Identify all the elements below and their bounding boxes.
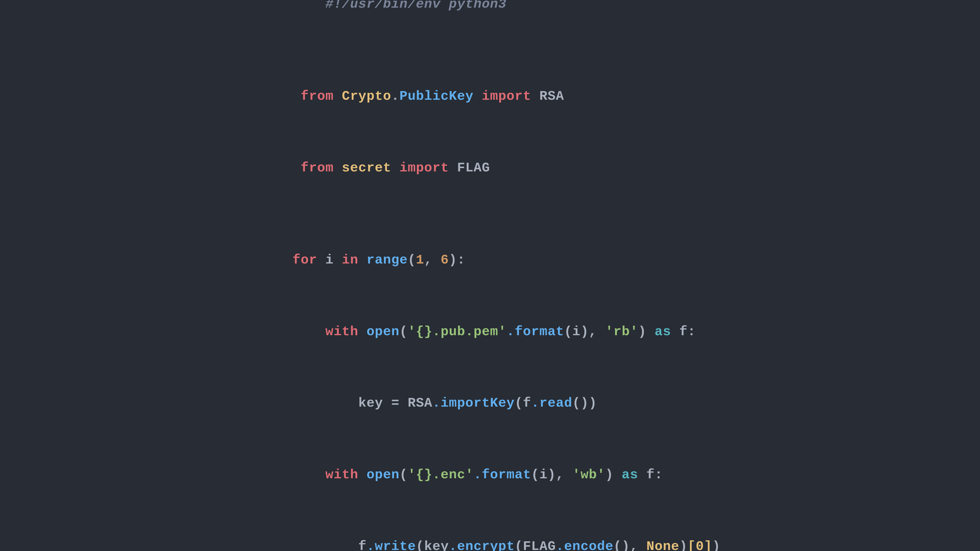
paren-15: (), bbox=[614, 539, 646, 551]
flag-constant: FLAG bbox=[457, 160, 490, 176]
paren-8: ()) bbox=[572, 395, 597, 411]
key-var: key bbox=[293, 395, 391, 411]
code-line-7: with open('{}.enc'.format(i), 'wb') as f… bbox=[259, 439, 721, 511]
none-keyword: None bbox=[646, 539, 679, 551]
from-keyword: from bbox=[293, 89, 342, 104]
paren-9: ( bbox=[399, 467, 407, 483]
importkey-method: .importKey bbox=[432, 395, 514, 411]
paren-1: ( bbox=[408, 252, 416, 268]
code-line-2: from Crypto.PublicKey import RSA bbox=[259, 61, 721, 132]
blank-line-2 bbox=[259, 204, 721, 224]
read-method: .read bbox=[531, 395, 572, 411]
num-1: 1 bbox=[416, 252, 424, 268]
paren-5: ) bbox=[581, 324, 589, 339]
paren-12: ) bbox=[605, 467, 613, 483]
blank-line-1 bbox=[259, 40, 721, 61]
paren-6: ) bbox=[638, 324, 646, 339]
as-keyword-2: as bbox=[614, 467, 646, 483]
enc-string: '{}.enc' bbox=[408, 467, 474, 483]
code-line-5: with open('{}.pub.pem'.format(i), 'rb') … bbox=[259, 296, 721, 368]
comma-2: , bbox=[589, 324, 605, 339]
rsa-constant: RSA bbox=[539, 89, 564, 104]
paren-10: ( bbox=[531, 467, 539, 483]
range-func: range bbox=[366, 252, 407, 268]
flag-2: FLAG bbox=[523, 539, 556, 551]
num-6: 6 bbox=[441, 252, 449, 268]
in-keyword: in bbox=[342, 252, 367, 268]
colon-1: : bbox=[457, 252, 465, 268]
f-var-1: f: bbox=[679, 324, 696, 339]
secret-module: secret bbox=[342, 160, 391, 176]
f-var-3: f: bbox=[646, 467, 663, 483]
open-func-2: open bbox=[366, 467, 399, 483]
paren-17: ) bbox=[712, 539, 721, 551]
paren-16: ) bbox=[679, 539, 687, 551]
paren-14: ( bbox=[515, 539, 523, 551]
open-func-1: open bbox=[366, 324, 399, 339]
rb-string: 'rb' bbox=[605, 324, 638, 339]
paren-13: ( bbox=[416, 539, 424, 551]
with-keyword-1: with bbox=[293, 324, 366, 339]
paren-3: ( bbox=[399, 324, 407, 339]
paren-11: ) bbox=[548, 467, 556, 483]
bracket-idx: [0] bbox=[687, 539, 712, 551]
dot-1: . bbox=[391, 89, 399, 104]
rsa-2: RSA bbox=[408, 395, 433, 411]
paren-4: ( bbox=[564, 324, 572, 339]
write-method: .write bbox=[366, 539, 416, 551]
code-line-3: from secret import FLAG bbox=[259, 132, 721, 204]
comma-1: , bbox=[424, 252, 441, 268]
encrypt-method: .encrypt bbox=[449, 539, 515, 551]
code-line-6: key = RSA.importKey(f.read()) bbox=[259, 368, 721, 439]
key-var-2: key bbox=[424, 539, 449, 551]
code-line-1: #!/usr/bin/env python3 bbox=[259, 0, 721, 40]
format-method-2: .format bbox=[473, 467, 531, 483]
encode-method: .encode bbox=[556, 539, 614, 551]
for-keyword: for bbox=[293, 252, 325, 268]
format-method-1: .format bbox=[506, 324, 564, 339]
as-keyword-1: as bbox=[646, 324, 679, 339]
i-var-2: i bbox=[539, 467, 547, 483]
pub-pem-string: '{}.pub.pem' bbox=[408, 324, 507, 339]
crypto-module: Crypto bbox=[342, 89, 391, 104]
import-keyword-1: import bbox=[474, 89, 539, 104]
import-keyword-2: import bbox=[391, 160, 457, 176]
paren-7: ( bbox=[515, 395, 523, 411]
wb-string: 'wb' bbox=[572, 467, 605, 483]
from-keyword-2: from bbox=[293, 160, 342, 176]
code-block: #!/usr/bin/env python3 from Crypto.Publi… bbox=[234, 0, 746, 551]
loop-var-i: i bbox=[325, 252, 342, 268]
f-var-4: f bbox=[293, 539, 366, 551]
i-var-1: i bbox=[572, 324, 580, 339]
paren-2: ) bbox=[449, 252, 457, 268]
comma-3: , bbox=[556, 467, 573, 483]
shebang-comment: #!/usr/bin/env python3 bbox=[293, 0, 506, 12]
code-line-8: f.write(key.encrypt(FLAG.encode(), None)… bbox=[259, 511, 721, 551]
with-keyword-2: with bbox=[293, 467, 366, 483]
publickey-class: PublicKey bbox=[399, 89, 473, 104]
f-var-2: f bbox=[523, 395, 531, 411]
code-line-4: for i in range(1, 6): bbox=[259, 224, 721, 296]
equals-op: = bbox=[391, 395, 408, 411]
